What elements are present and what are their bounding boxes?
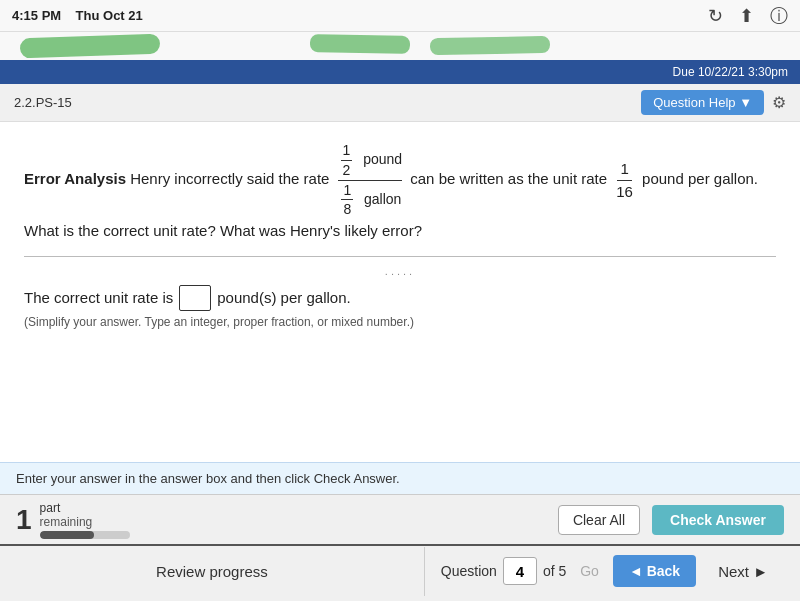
divider	[24, 256, 776, 257]
eighth-fraction: 1 8	[341, 182, 353, 219]
scribble-bar	[0, 32, 800, 60]
rate-numerator: 1 2 pound	[338, 142, 403, 179]
question-label: Question	[441, 563, 497, 579]
gear-icon[interactable]: ⚙	[772, 93, 786, 112]
part-number: 1	[16, 506, 32, 534]
answer-instruction-bar: Enter your answer in the answer box and …	[0, 462, 800, 494]
progress-bar-container	[40, 531, 130, 539]
instruction-text: Enter your answer in the answer box and …	[16, 471, 400, 486]
scribble-decoration-1	[20, 34, 161, 59]
next-button[interactable]: Next ►	[702, 555, 784, 588]
part-label: part	[40, 501, 130, 515]
due-date-bar: Due 10/22/21 3:30pm	[0, 60, 800, 84]
simplify-note: (Simplify your answer. Type an integer, …	[24, 315, 776, 329]
part-remaining-section: 1 part remaining	[16, 501, 130, 539]
collapse-handle[interactable]: .....	[24, 265, 776, 277]
scribble-decoration-3	[430, 36, 550, 55]
question-number-input[interactable]	[503, 557, 537, 585]
bottom-toolbar: 1 part remaining Clear All Check Answer	[0, 494, 800, 544]
answer-prefix: The correct unit rate is	[24, 289, 173, 306]
status-bar: 4:15 PM Thu Oct 21 ↻ ⬆ ⓘ	[0, 0, 800, 32]
rate-denominator: 1 8 gallon	[338, 182, 401, 219]
rate-divider-line	[338, 180, 403, 181]
clear-all-button[interactable]: Clear All	[558, 505, 640, 535]
rate-fraction-block: 1 2 pound 1 8 gallon	[338, 142, 403, 218]
bottom-nav: Review progress Question of 5 Go ◄ Back …	[0, 544, 800, 596]
question-nav: Question of 5 Go ◄ Back Next ►	[425, 555, 800, 588]
progress-bar-fill	[40, 531, 94, 539]
question-intro: Henry incorrectly said the rate	[130, 170, 333, 187]
question-help-button[interactable]: Question Help ▼	[641, 90, 764, 115]
back-button[interactable]: ◄ Back	[613, 555, 696, 587]
date: Thu Oct 21	[76, 8, 143, 23]
remaining-label: remaining	[40, 515, 130, 529]
header-right-controls: Question Help ▼ ⚙	[641, 90, 786, 115]
go-button[interactable]: Go	[572, 559, 607, 583]
review-progress-button[interactable]: Review progress	[0, 547, 425, 596]
due-date-text: Due 10/22/21 3:30pm	[673, 65, 788, 79]
info-icon[interactable]: ⓘ	[770, 4, 788, 28]
question-unit-text: pound	[642, 170, 684, 187]
answer-input-box[interactable]	[179, 285, 211, 311]
share-icon[interactable]: ⬆	[739, 5, 754, 27]
error-analysis-label: Error Analysis	[24, 170, 126, 187]
main-content: Error Analysis Henry incorrectly said th…	[0, 122, 800, 462]
half-fraction: 1 2	[341, 142, 353, 179]
status-icons: ↻ ⬆ ⓘ	[708, 4, 788, 28]
check-answer-button[interactable]: Check Answer	[652, 505, 784, 535]
question-text: Error Analysis Henry incorrectly said th…	[24, 142, 776, 244]
toolbar-buttons: Clear All Check Answer	[558, 505, 784, 535]
time: 4:15 PM	[12, 8, 61, 23]
refresh-icon[interactable]: ↻	[708, 5, 723, 27]
status-time-date: 4:15 PM Thu Oct 21	[12, 8, 143, 23]
of-label: of 5	[543, 563, 566, 579]
answer-suffix: pound(s) per gallon.	[217, 289, 350, 306]
question-id: 2.2.PS-15	[14, 95, 72, 110]
unit-rate-fraction: 1 16	[613, 159, 636, 201]
scribble-decoration-2	[310, 34, 410, 54]
part-label-group: part remaining	[40, 501, 130, 539]
question-header: 2.2.PS-15 Question Help ▼ ⚙	[0, 84, 800, 122]
question-middle-text: can be written as the unit rate	[410, 170, 611, 187]
answer-line: The correct unit rate is pound(s) per ga…	[24, 285, 776, 311]
